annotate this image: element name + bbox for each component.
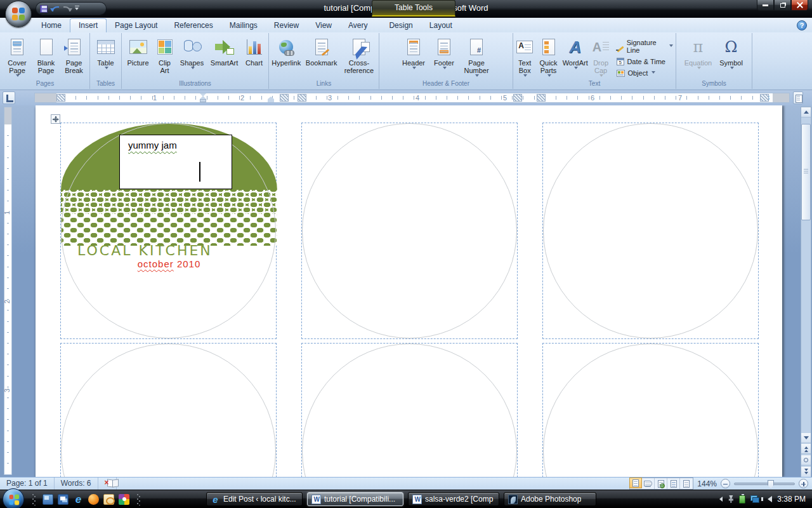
bookmark-button[interactable]: Bookmark — [304, 34, 338, 79]
taskbar-button-browser[interactable]: e Edit Post ‹ local kitc... — [206, 492, 303, 506]
jam-label-brand-text[interactable]: LOCAL KITCHEN — [77, 243, 213, 258]
table-button[interactable]: Table — [92, 34, 120, 79]
quick-parts-button[interactable]: Quick Parts — [537, 34, 560, 79]
minimize-button[interactable] — [757, 0, 774, 11]
table-column-marker[interactable] — [280, 94, 289, 102]
print-layout-view-button[interactable] — [629, 478, 642, 488]
network-icon[interactable] — [750, 495, 759, 503]
zoom-out-icon[interactable] — [721, 479, 730, 488]
zoom-in-icon[interactable] — [799, 479, 808, 488]
word-count[interactable]: Words: 6 — [55, 478, 98, 490]
internet-explorer-icon[interactable]: e — [73, 494, 84, 505]
taskbar-button-photoshop[interactable]: Adobe Photoshop — [504, 492, 596, 506]
tab-home[interactable]: Home — [33, 19, 70, 32]
help-icon[interactable]: ? — [797, 20, 807, 30]
zoom-slider[interactable] — [734, 483, 795, 485]
hyperlink-button[interactable]: Hyperlink — [270, 34, 303, 79]
picture-button[interactable]: Picture — [124, 34, 152, 79]
table-column-marker[interactable] — [298, 94, 306, 102]
smartart-button[interactable]: SmartArt — [208, 34, 241, 79]
tab-design[interactable]: Design — [381, 19, 421, 32]
proofing-status[interactable]: × — [98, 478, 117, 490]
horizontal-ruler[interactable]: 1 2 3 4 5 6 7 8 — [34, 93, 790, 103]
draft-view-button[interactable] — [680, 478, 693, 489]
zoom-level[interactable]: 144% — [697, 479, 717, 488]
tab-insert[interactable]: Insert — [70, 18, 107, 32]
close-button[interactable] — [791, 0, 808, 11]
date-time-button[interactable]: Date & Time — [614, 57, 676, 66]
cross-reference-button[interactable]: Cross-reference — [340, 34, 378, 79]
label-cell-jam[interactable]: yummy jam LOCAL KITCHEN october 2010 — [60, 123, 277, 339]
web-layout-view-button[interactable] — [655, 478, 667, 489]
table-column-marker[interactable] — [537, 94, 546, 102]
select-browse-object-button[interactable] — [801, 455, 811, 465]
mail-app-icon[interactable] — [103, 494, 114, 505]
vertical-scrollbar[interactable] — [801, 107, 811, 477]
firefox-icon[interactable] — [88, 494, 99, 505]
qat-customize-icon[interactable] — [75, 6, 81, 11]
table-column-marker[interactable] — [513, 94, 522, 102]
cover-page-button[interactable]: Cover Page — [3, 34, 32, 79]
picasa-icon[interactable] — [119, 494, 129, 505]
battery-icon[interactable] — [739, 495, 745, 504]
outline-view-button[interactable] — [667, 478, 680, 489]
switch-windows-icon[interactable] — [58, 494, 69, 505]
wordart-button[interactable]: A WordArt — [561, 34, 589, 79]
symbol-button[interactable]: Ω Symbol — [716, 34, 747, 79]
tab-view[interactable]: View — [307, 19, 340, 32]
chart-button[interactable]: Chart — [242, 34, 266, 79]
tab-page-layout[interactable]: Page Layout — [107, 19, 166, 32]
tab-review[interactable]: Review — [266, 19, 307, 32]
tab-stop-selector[interactable] — [3, 91, 15, 104]
jam-label-date-text[interactable]: october 2010 — [61, 258, 277, 269]
taskbar-clock[interactable]: 3:38 PM — [777, 495, 806, 504]
jam-label-text-box[interactable]: yummy jam — [119, 135, 232, 189]
taskbar-button-tutorial[interactable]: tutorial [Compatibili... — [307, 492, 403, 506]
label-cell-empty[interactable] — [542, 123, 759, 339]
clip-art-button[interactable]: Clip Art — [154, 34, 176, 79]
jam-label-text[interactable]: yummy jam — [128, 140, 177, 150]
page-break-button[interactable]: Page Break — [61, 34, 88, 79]
start-button[interactable] — [3, 488, 24, 508]
table-column-marker[interactable] — [760, 94, 769, 102]
left-indent-marker[interactable] — [200, 99, 206, 102]
previous-page-button[interactable] — [801, 444, 811, 454]
tab-mailings[interactable]: Mailings — [221, 19, 266, 32]
signature-line-button[interactable]: Signature Line — [614, 38, 676, 55]
tab-avery[interactable]: Avery — [340, 19, 376, 32]
footer-button[interactable]: Footer — [430, 34, 458, 79]
full-screen-reading-view-button[interactable] — [642, 478, 655, 489]
page-number-button[interactable]: Page Number — [459, 34, 494, 79]
show-desktop-icon[interactable] — [43, 494, 53, 505]
volume-icon[interactable] — [764, 496, 772, 502]
label-cell-empty[interactable] — [301, 123, 518, 339]
zoom-slider-thumb[interactable] — [768, 480, 774, 489]
undo-icon[interactable] — [52, 6, 59, 11]
restore-button[interactable] — [774, 0, 791, 11]
table-column-marker[interactable] — [56, 94, 65, 102]
shapes-button[interactable]: Shapes — [178, 34, 207, 79]
scroll-down-icon[interactable] — [801, 433, 811, 443]
view-ruler-toggle-button[interactable] — [793, 91, 803, 104]
blank-page-button[interactable]: Blank Page — [33, 34, 60, 79]
scrollbar-thumb[interactable] — [801, 124, 811, 220]
taskbar-button-salsa-verde[interactable]: salsa-verde2 [Comp... — [408, 492, 499, 506]
label-cell-empty[interactable] — [301, 343, 518, 477]
save-icon[interactable] — [40, 5, 48, 13]
page-indicator[interactable]: Page: 1 of 1 — [0, 478, 55, 490]
tab-layout[interactable]: Layout — [421, 19, 461, 32]
table-move-handle-icon[interactable] — [51, 114, 60, 124]
tab-references[interactable]: References — [166, 19, 221, 32]
scroll-up-icon[interactable] — [801, 107, 811, 117]
header-button[interactable]: Header — [398, 34, 429, 79]
label-cell-empty[interactable] — [60, 343, 277, 477]
object-button[interactable]: Object — [614, 69, 676, 77]
tray-app-icon[interactable] — [728, 495, 734, 503]
label-cell-empty[interactable] — [542, 343, 759, 477]
hidden-icons-chevron-icon[interactable] — [717, 497, 723, 502]
redo-icon[interactable] — [63, 6, 70, 11]
document-page[interactable]: yummy jam LOCAL KITCHEN october 2010 — [36, 105, 782, 477]
next-page-button[interactable] — [801, 467, 811, 477]
office-button[interactable] — [5, 1, 32, 27]
text-box-button[interactable]: Text Box — [514, 34, 535, 79]
